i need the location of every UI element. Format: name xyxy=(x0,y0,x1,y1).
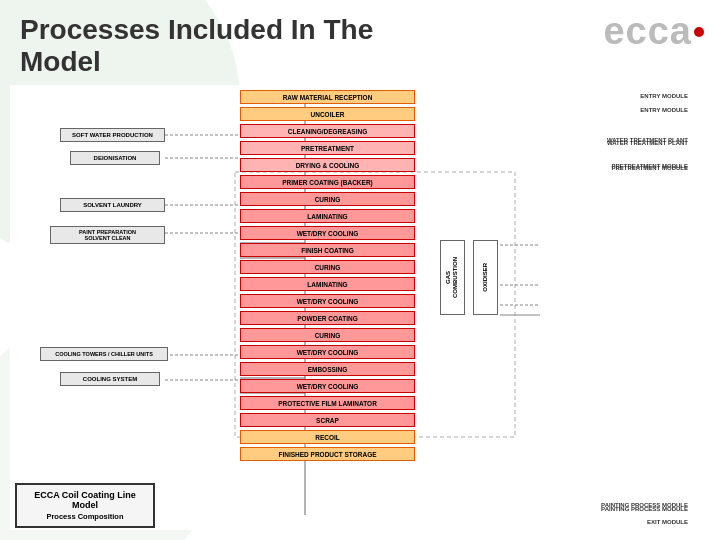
deionisation-box: DEIONISATION xyxy=(70,151,160,165)
raw-material-reception-box: RAW MATERIAL RECEPTION xyxy=(240,90,415,104)
page: Processes Included In The Model ecca xyxy=(0,0,720,540)
header: Processes Included In The Model xyxy=(20,14,373,78)
wetdry-cooling-2-box: WET/DRY COOLING xyxy=(240,294,415,308)
finish-coating-box: FINISH COATING xyxy=(240,243,415,257)
laminating-2-box: LAMINATING xyxy=(240,277,415,291)
drying-cooling-box: DRYING & COOLING xyxy=(240,158,415,172)
logo-text: ecca xyxy=(603,10,692,53)
primer-coating-box: PRIMER COATING (BACKER) xyxy=(240,175,415,189)
curing-2-box: CURING xyxy=(240,260,415,274)
entry-module-label: ENTRY MODULE xyxy=(640,107,688,113)
ecca-logo: ecca xyxy=(603,10,704,53)
pretreatment-box: PRETREATMENT xyxy=(240,141,415,155)
curing-1-box: CURING xyxy=(240,192,415,206)
finished-product-box: FINISHED PRODUCT STORAGE xyxy=(240,447,415,461)
wetdry-cooling-1-box: WET/DRY COOLING xyxy=(240,226,415,240)
cooling-system-box: COOLING SYSTEM xyxy=(60,372,160,386)
oxidiser-box: OXIDISER xyxy=(473,240,498,315)
powder-coating-box: POWDER COATING xyxy=(240,311,415,325)
diagram-area: ENTRY MODULE WATER TREATMENT PLANT PRETR… xyxy=(10,85,710,535)
water-treatment-label: WATER TREATMENT PLANT xyxy=(607,137,688,144)
painting-process-label: PAINTING PROCESS MODULE xyxy=(601,502,688,508)
scrap-box: SCRAP xyxy=(240,413,415,427)
uncoiler-box: UNCOILER xyxy=(240,107,415,121)
diagram-container: ENTRY MODULE WATER TREATMENT PLANT PRETR… xyxy=(10,85,690,530)
pretreatment-label: PRETREATMENT MODULE xyxy=(611,165,688,171)
cleaning-box: CLEANING/DEGREASING xyxy=(240,124,415,138)
protective-film-box: PROTECTIVE FILM LAMINATOR xyxy=(240,396,415,410)
logo-dot xyxy=(694,27,704,37)
curing-3-box: CURING xyxy=(240,328,415,342)
legend-box: ECCA Coil Coating Line Model Process Com… xyxy=(15,483,155,528)
legend-subtitle: Process Composition xyxy=(25,512,145,521)
laminating-1-box: LAMINATING xyxy=(240,209,415,223)
cooling-towers-box: COOLING TOWERS / CHILLER UNITS xyxy=(40,347,168,361)
solvent-laundry-box: SOLVENT LAUNDRY xyxy=(60,198,165,212)
wetdry-cooling-4-box: WET/DRY COOLING xyxy=(240,379,415,393)
gas-combustion-label: GASCOMBUSTION xyxy=(445,257,459,298)
page-title: Processes Included In The Model xyxy=(20,14,373,78)
recoil-box: RECOIL xyxy=(240,430,415,444)
embossing-box: EMBOSSING xyxy=(240,362,415,376)
entry-module-label: ENTRY MODULE xyxy=(640,93,688,99)
legend-title: ECCA Coil Coating Line Model xyxy=(25,490,145,510)
oxidiser-label: OXIDISER xyxy=(482,263,489,292)
soft-water-box: SOFT WATER PRODUCTION xyxy=(60,128,165,142)
wetdry-cooling-3-box: WET/DRY COOLING xyxy=(240,345,415,359)
exit-module-label: EXIT MODULE xyxy=(647,519,688,525)
paint-prep-box: PAINT PREPARATIONSOLVENT CLEAN xyxy=(50,226,165,244)
gas-combustion-box: GASCOMBUSTION xyxy=(440,240,465,315)
